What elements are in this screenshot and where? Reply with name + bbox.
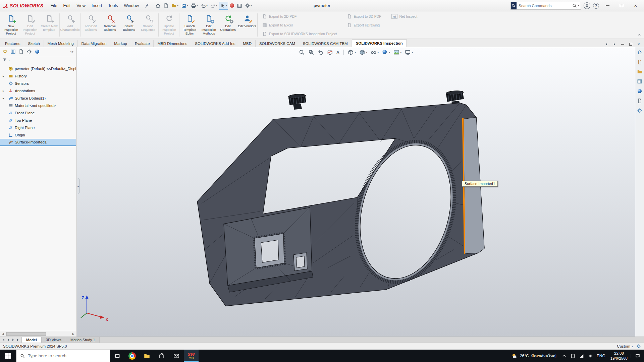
ribbon-collapse-icon[interactable] (637, 33, 641, 37)
file-explorer-icon[interactable] (637, 69, 643, 75)
dock-right-icon[interactable] (611, 41, 618, 47)
scroll-right-icon[interactable]: ▶ (70, 331, 76, 337)
tab-3d-views[interactable]: 3D Views (42, 337, 66, 343)
last-tab-icon[interactable] (16, 338, 20, 342)
property-manager-icon[interactable] (10, 49, 16, 54)
new-document-icon[interactable] (162, 2, 170, 10)
tab-sketch[interactable]: Sketch (24, 40, 44, 47)
tree-item-right-plane[interactable]: Right Plane (0, 124, 76, 131)
scrollbar-thumb[interactable] (6, 332, 46, 336)
model-tabs-scroll[interactable] (0, 337, 22, 343)
tree-item-sensors[interactable]: Sensors (0, 80, 76, 87)
taskbar-search-input[interactable] (28, 353, 106, 358)
browser-icon[interactable] (125, 350, 140, 362)
save-icon[interactable]: ▾ (180, 2, 189, 10)
tab-data-migration[interactable]: Data Migration (78, 40, 111, 47)
filter-chevron-icon[interactable]: ▾ (8, 59, 10, 62)
tag-globe-icon[interactable] (636, 344, 641, 349)
tab-solidworks-cam[interactable]: SOLIDWORKS CAM (256, 40, 299, 47)
appearance-ball-icon[interactable] (229, 2, 235, 9)
weather-widget[interactable]: 26°C มีเมฆส่วนใหญ่ (508, 353, 560, 359)
tree-item-origin[interactable]: Origin (0, 131, 76, 139)
select-tool-icon[interactable]: ▾ (219, 2, 228, 10)
tray-chevron-up-icon[interactable] (560, 354, 569, 358)
featuremanager-tree-icon[interactable] (2, 49, 8, 54)
tab-model[interactable]: Model (22, 337, 42, 343)
solidworks-taskbar-icon[interactable]: SW 2024 (184, 350, 199, 362)
print-icon[interactable]: ▾ (190, 2, 199, 10)
tab-mbd-dimensions[interactable]: MBD Dimensions (154, 40, 191, 47)
tree-item-material[interactable]: Material <not specified> (0, 102, 76, 109)
search-icon[interactable] (572, 3, 577, 8)
tree-item-surface-imported1[interactable]: Surface-Imported1 (0, 139, 76, 146)
window-maximize-button[interactable] (616, 1, 627, 10)
knob-left[interactable] (288, 94, 306, 105)
zoom-fit-icon[interactable] (299, 49, 305, 55)
settings-icon[interactable]: ▾ (244, 2, 253, 10)
first-tab-icon[interactable] (2, 338, 6, 342)
edit-appearance-icon[interactable]: ▾ (382, 49, 390, 55)
menu-tools[interactable]: Tools (105, 1, 121, 10)
dynamic-annotation-views-icon[interactable]: A (336, 50, 339, 55)
custom-properties-icon[interactable] (637, 98, 643, 104)
tree-item-top-plane[interactable]: Top Plane (0, 117, 76, 124)
panel-horizontal-scrollbar[interactable]: ◀ ▶ (0, 331, 76, 337)
start-button[interactable] (0, 350, 16, 362)
panel-splitter-handle[interactable]: ◂ (77, 178, 79, 194)
display-manager-icon[interactable] (35, 49, 40, 54)
solidworks-resources-icon[interactable] (637, 49, 643, 55)
search-scope-icon[interactable] (511, 2, 517, 9)
menu-window[interactable]: Window (121, 1, 142, 10)
pin-menu-icon[interactable] (145, 3, 149, 8)
tab-motion-study-1[interactable]: Motion Study 1 (66, 337, 100, 343)
scroll-left-icon[interactable]: ◂ (70, 50, 71, 53)
ribbon-button-launch-template-editor[interactable]: Launch Template Editor (180, 12, 199, 38)
microsoft-store-icon[interactable] (154, 350, 169, 362)
volume-tray-icon[interactable] (586, 354, 595, 358)
tab-solidworks-cam-tbm[interactable]: SOLIDWORKS CAM TBM (299, 40, 352, 47)
grid-options-icon[interactable] (236, 2, 243, 10)
help-icon[interactable]: ? (593, 3, 599, 9)
search-chevron-icon[interactable]: ▾ (578, 4, 579, 7)
ribbon-button-edit-operations[interactable]: Edit Operations (218, 12, 237, 38)
display-style-icon[interactable]: ▾ (359, 49, 367, 55)
menu-view[interactable]: View (73, 1, 89, 10)
dock-left-icon[interactable] (603, 41, 610, 47)
doc-close-button[interactable]: × (635, 41, 642, 47)
panel-tab-scroll[interactable]: ◂▸ (70, 50, 74, 53)
task-view-button[interactable] (110, 350, 125, 362)
appearances-scenes-icon[interactable] (637, 88, 643, 94)
taskbar-search[interactable] (16, 350, 110, 362)
knob-right[interactable] (446, 90, 464, 102)
language-indicator[interactable]: ENG (595, 354, 607, 358)
scroll-right-icon[interactable]: ▸ (72, 50, 74, 53)
configuration-manager-icon[interactable] (18, 49, 24, 54)
view-palette-icon[interactable] (637, 78, 643, 84)
menu-file[interactable]: File (47, 1, 60, 10)
view-orientation-icon[interactable]: ▾ (348, 49, 356, 55)
menu-edit[interactable]: Edit (60, 1, 74, 10)
dimxpert-manager-icon[interactable] (26, 49, 32, 54)
tree-root-part[interactable]: pwmeter (Default) <<Default>_Displa (0, 65, 76, 72)
graphics-viewport[interactable]: Z x A ▾ ▾ ▾ ▾ ▾ ▾ (77, 47, 635, 337)
model-3d-view[interactable]: Z x (77, 47, 635, 337)
filter-funnel-icon[interactable] (2, 58, 7, 62)
doc-minimize-button[interactable] (619, 41, 626, 47)
ribbon-button-select-balloons[interactable]: Select Balloons (119, 12, 139, 38)
action-center-icon[interactable] (631, 354, 644, 358)
command-search[interactable]: ▾ (511, 2, 581, 10)
tab-mesh-modeling[interactable]: Mesh Modeling (44, 40, 78, 47)
tree-item-surface-bodies[interactable]: ▸ Surface Bodies(1) (0, 95, 76, 102)
window-close-button[interactable]: × (630, 1, 641, 10)
tab-solidworks-add-ins[interactable]: SOLIDWORKS Add-Ins (191, 40, 239, 47)
undo-icon[interactable]: ▾ (200, 2, 209, 10)
zoom-area-icon[interactable] (308, 49, 314, 55)
tab-solidworks-inspection[interactable]: SOLIDWORKS Inspection (352, 40, 407, 47)
ribbon-button-edit-inspection-methods[interactable]: Edit Inspection Methods (199, 12, 218, 38)
apply-scene-icon[interactable]: ▾ (393, 49, 401, 55)
doc-restore-button[interactable] (627, 41, 634, 47)
tree-item-front-plane[interactable]: Front Plane (0, 109, 76, 117)
expand-icon[interactable]: ▸ (3, 74, 6, 78)
user-account-icon[interactable] (584, 2, 590, 9)
tab-mbd[interactable]: MBD (239, 40, 256, 47)
